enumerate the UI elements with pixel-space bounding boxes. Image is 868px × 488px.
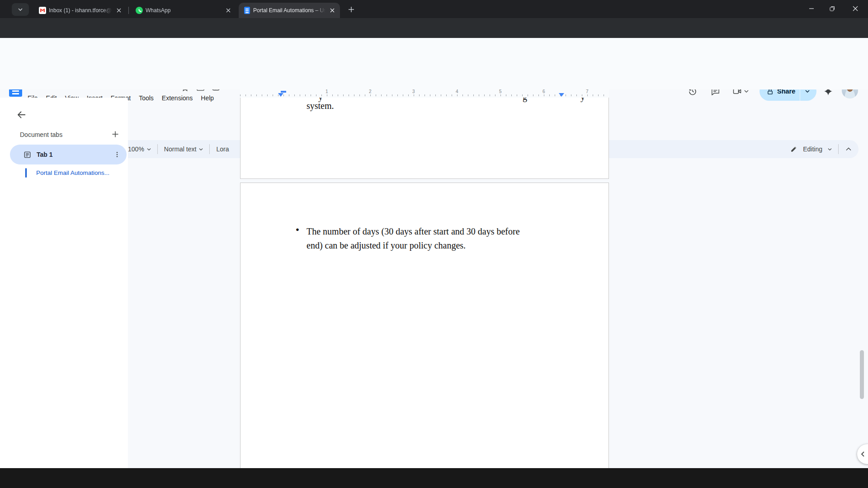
ruler-ticks bbox=[240, 94, 609, 96]
browser-tab-whatsapp[interactable]: WhatsApp bbox=[131, 3, 236, 18]
ruler-number: 5 bbox=[499, 89, 502, 94]
vertical-scrollbar-thumb[interactable] bbox=[860, 350, 864, 399]
clipped-text-fragment: y bbox=[580, 98, 585, 102]
browser-tab-strip: Inbox (1) - ishann.tforce@gmai WhatsApp … bbox=[0, 0, 868, 18]
minimize-icon bbox=[809, 6, 814, 11]
tab-divider bbox=[128, 7, 129, 14]
window-minimize-button[interactable] bbox=[801, 0, 822, 17]
bullet-line-1: The number of days (30 days after start … bbox=[307, 225, 564, 239]
editing-mode-label: Editing bbox=[803, 145, 822, 153]
close-tab-icon[interactable] bbox=[115, 6, 123, 14]
collapse-toolbar-button[interactable] bbox=[842, 143, 855, 155]
clipped-text-fragment: g bbox=[523, 98, 527, 102]
ruler[interactable]: 1 2 3 4 5 6 7 bbox=[240, 89, 609, 98]
ruler-number: 4 bbox=[456, 89, 458, 94]
document-page-2[interactable]: ● The number of days (30 days after star… bbox=[240, 183, 609, 469]
right-indent-marker[interactable] bbox=[559, 93, 564, 97]
tab-doc-icon bbox=[24, 151, 31, 159]
list-bullet: ● bbox=[296, 226, 299, 233]
window-close-button[interactable] bbox=[843, 0, 868, 17]
close-icon bbox=[853, 6, 858, 11]
outline-active-bar bbox=[25, 168, 27, 178]
paragraph-style-value: Normal text bbox=[164, 145, 197, 153]
maximize-icon bbox=[830, 6, 835, 11]
windows-taskbar: 76°F Partly cloudy Search S >_ PC bbox=[0, 468, 868, 488]
document-page-1[interactable]: y g y system. bbox=[240, 98, 609, 179]
browser-tab-gmail[interactable]: Inbox (1) - ishann.tforce@gmai bbox=[34, 3, 127, 18]
chevron-down-icon bbox=[199, 148, 203, 151]
chevron-left-icon bbox=[860, 451, 865, 457]
add-tab-button[interactable] bbox=[108, 127, 123, 142]
document-tabs-header: Document tabs bbox=[20, 131, 62, 138]
chevron-down-icon bbox=[18, 7, 23, 12]
window-maximize-button[interactable] bbox=[822, 0, 843, 17]
menu-help[interactable]: Help bbox=[197, 93, 218, 103]
gmail-icon bbox=[39, 7, 46, 14]
first-line-indent-marker[interactable] bbox=[281, 91, 286, 93]
menu-extensions[interactable]: Extensions bbox=[158, 93, 197, 103]
menu-tools[interactable]: Tools bbox=[135, 93, 158, 103]
sidebar-tab-1[interactable]: Tab 1 bbox=[10, 145, 127, 164]
whatsapp-icon bbox=[136, 7, 143, 14]
close-tab-icon[interactable] bbox=[224, 6, 232, 14]
sidebar-back-button[interactable] bbox=[13, 106, 31, 124]
tab-1-label: Tab 1 bbox=[37, 151, 108, 158]
new-tab-button[interactable] bbox=[344, 3, 358, 16]
chevron-down-icon bbox=[805, 89, 810, 93]
outline-heading-item[interactable]: Portal Email Automations... bbox=[25, 168, 109, 178]
zoom-value: 100% bbox=[128, 145, 144, 153]
toolbar-divider bbox=[838, 144, 839, 154]
tab-search-button[interactable] bbox=[12, 3, 29, 16]
plus-icon bbox=[112, 131, 119, 138]
browser-toolbar: docs.google.com/document/d/1jpc3R6Cmpii0… bbox=[0, 18, 868, 38]
font-value: Lora bbox=[216, 145, 229, 153]
paragraph-style-select[interactable]: Normal text bbox=[161, 143, 207, 155]
ruler-number: 2 bbox=[369, 89, 372, 94]
left-indent-marker[interactable] bbox=[278, 93, 283, 97]
chevron-down-icon bbox=[147, 148, 151, 151]
tab-options-kebab-icon[interactable] bbox=[114, 151, 120, 158]
pencil-icon bbox=[790, 145, 797, 153]
chevron-down-icon bbox=[744, 89, 749, 93]
chevron-up-icon bbox=[846, 147, 851, 151]
zoom-select[interactable]: 100% bbox=[125, 143, 154, 155]
browser-tab-docs-active[interactable]: Portal Email Automations – Use bbox=[239, 3, 340, 18]
side-panel-toggle-button[interactable] bbox=[857, 444, 868, 464]
toolbar-divider bbox=[157, 144, 158, 154]
editing-mode-button[interactable]: Editing bbox=[787, 143, 835, 155]
back-arrow-icon bbox=[16, 109, 27, 120]
paragraph-text: system. bbox=[307, 101, 334, 111]
tab-title: Inbox (1) - ishann.tforce@gmai bbox=[49, 7, 112, 14]
close-tab-icon[interactable] bbox=[328, 6, 336, 14]
google-docs-icon bbox=[243, 7, 250, 14]
ruler-number: 6 bbox=[542, 89, 545, 94]
document-tabs-sidebar: Document tabs Tab 1 Portal Email Automat… bbox=[0, 98, 128, 468]
outline-heading-label: Portal Email Automations... bbox=[36, 169, 109, 176]
bullet-paragraph: The number of days (30 days after start … bbox=[307, 225, 564, 252]
tab-title: Portal Email Automations – Use bbox=[253, 7, 326, 14]
plus-icon bbox=[348, 6, 354, 13]
bullet-line-2: end) can be adjusted if your policy chan… bbox=[307, 239, 564, 253]
ruler-number: 7 bbox=[586, 89, 589, 94]
docs-toolbar-row: Menus A 100% Normal text Lora B I U A bbox=[0, 70, 868, 89]
chevron-down-icon bbox=[828, 148, 832, 151]
docs-header: Portal Email Automations – User Guide Fi… bbox=[0, 38, 868, 70]
toolbar-divider bbox=[209, 144, 210, 154]
tab-title: WhatsApp bbox=[146, 7, 222, 14]
ruler-number: 1 bbox=[326, 89, 328, 94]
ruler-number: 3 bbox=[412, 89, 415, 94]
